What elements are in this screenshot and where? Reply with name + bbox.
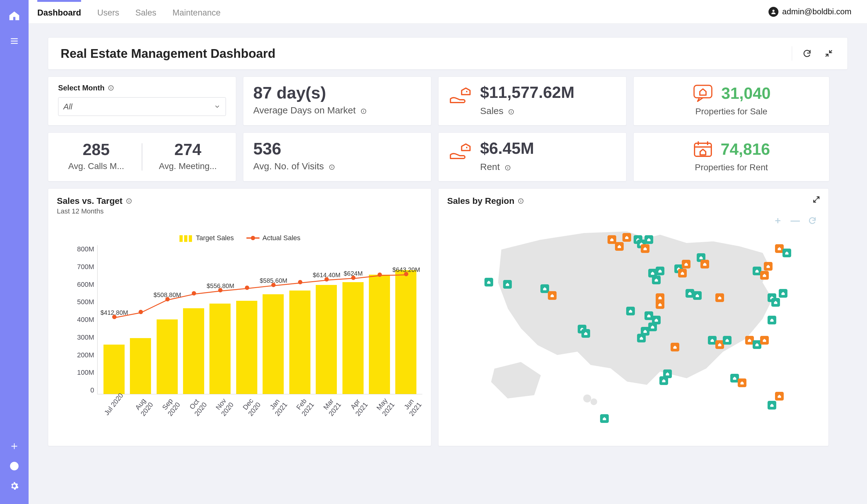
kpi-label: Rent xyxy=(480,162,500,172)
map-marker[interactable] xyxy=(484,278,493,287)
map-marker[interactable] xyxy=(682,260,691,268)
x-tick: Jul 2020 xyxy=(103,391,132,422)
info-icon[interactable] xyxy=(329,164,335,171)
collapse-icon[interactable] xyxy=(823,47,835,60)
tab-dashboard[interactable]: Dashboard xyxy=(37,0,81,23)
map-marker[interactable] xyxy=(548,291,557,300)
map-marker[interactable] xyxy=(764,262,772,271)
y-tick: 500M xyxy=(77,298,94,306)
map-marker[interactable] xyxy=(768,316,776,324)
month-filter-card: Select Month All xyxy=(48,76,236,126)
y-tick: 600M xyxy=(77,281,94,289)
x-tick: Mar 2021 xyxy=(317,391,346,422)
settings-icon[interactable] xyxy=(9,480,20,492)
avatar-icon xyxy=(769,7,779,17)
map-marker[interactable] xyxy=(644,235,653,244)
map-marker[interactable] xyxy=(581,329,590,338)
user-menu[interactable]: admin@boldbi.com xyxy=(769,7,852,17)
map-plot[interactable] xyxy=(447,213,820,437)
map-marker[interactable] xyxy=(652,276,661,284)
kpi-properties-rent: 74,816 Properties for Rent xyxy=(633,132,829,181)
svg-point-18 xyxy=(332,166,332,167)
map-marker[interactable] xyxy=(700,260,709,268)
bar xyxy=(130,338,151,394)
x-tick: Jan 2021 xyxy=(264,391,293,422)
chart-sales-vs-target: Sales vs. Target Last 12 Months ▮▮▮Targe… xyxy=(48,188,431,446)
legend-bars-label: Target Sales xyxy=(196,234,234,242)
svg-point-32 xyxy=(583,395,591,403)
add-icon[interactable] xyxy=(9,441,20,452)
map-marker[interactable] xyxy=(626,307,635,315)
map-marker[interactable] xyxy=(656,300,664,309)
map-marker[interactable] xyxy=(641,244,650,253)
info-icon[interactable] xyxy=(108,85,114,92)
map-marker[interactable] xyxy=(771,298,780,307)
kpi-sales: $11,577.62M Sales xyxy=(438,76,627,126)
x-tick: Oct 2020 xyxy=(183,391,212,422)
info-icon[interactable] xyxy=(508,108,515,115)
kpi-visits: 536 Avg. No. of Visits xyxy=(243,132,431,181)
y-tick: 100M xyxy=(77,368,94,377)
chevron-down-icon xyxy=(214,103,221,110)
point-label: $614.40M xyxy=(313,271,341,279)
brand-logo xyxy=(8,9,21,22)
map-marker[interactable] xyxy=(656,267,664,275)
line-point xyxy=(139,310,143,314)
kpi-value: $11,577.62M xyxy=(480,84,575,101)
map-marker[interactable] xyxy=(760,271,769,280)
map-marker[interactable] xyxy=(678,269,687,278)
map-marker[interactable] xyxy=(660,376,668,385)
kpi-label: Properties for Sale xyxy=(695,107,768,116)
svg-point-8 xyxy=(111,86,111,87)
point-label: $556.80M xyxy=(207,282,234,290)
barchart-plot[interactable]: 800M700M600M500M400M300M200M100M0 $412.8… xyxy=(57,245,422,394)
map-marker[interactable] xyxy=(608,235,616,244)
x-tick: Nov 2020 xyxy=(210,391,239,422)
map-marker[interactable] xyxy=(779,289,788,298)
y-tick: 800M xyxy=(77,245,94,253)
x-tick: May 2021 xyxy=(371,391,400,422)
svg-point-11 xyxy=(363,110,364,111)
kpi-rent: $6.45M Rent xyxy=(438,132,627,181)
chart-subtitle: Last 12 Months xyxy=(57,207,422,215)
line-point xyxy=(298,280,302,284)
map-marker[interactable] xyxy=(715,293,724,302)
point-label: $585.60M xyxy=(260,277,287,284)
refresh-icon[interactable] xyxy=(801,47,813,60)
map-marker[interactable] xyxy=(637,334,646,342)
info-icon[interactable] xyxy=(126,197,132,204)
info-icon[interactable] xyxy=(504,164,511,171)
map-marker[interactable] xyxy=(760,336,769,345)
bar-col xyxy=(366,275,393,394)
svg-point-33 xyxy=(590,398,597,405)
menu-icon[interactable] xyxy=(8,35,21,47)
kpi-label: Avg. No. of Visits xyxy=(253,161,324,171)
map-marker[interactable] xyxy=(693,291,702,300)
bar-col xyxy=(260,294,287,394)
map-marker[interactable] xyxy=(782,249,791,257)
map-marker[interactable] xyxy=(671,343,679,352)
map-marker[interactable] xyxy=(738,378,747,387)
tab-sales[interactable]: Sales xyxy=(136,0,157,23)
kpi-avg-days: 87 day(s) Average Days on Market xyxy=(243,76,431,126)
svg-point-28 xyxy=(129,200,129,200)
info-icon[interactable] xyxy=(517,197,524,204)
help-icon[interactable] xyxy=(9,461,20,472)
y-tick: 0 xyxy=(90,386,94,394)
map-marker[interactable] xyxy=(648,323,657,331)
map-marker[interactable] xyxy=(622,233,631,242)
map-marker[interactable] xyxy=(600,414,609,423)
map-marker[interactable] xyxy=(503,280,512,289)
x-tick: Apr 2021 xyxy=(344,391,373,422)
month-select[interactable]: All xyxy=(58,97,226,116)
tab-users[interactable]: Users xyxy=(97,0,119,23)
map-marker[interactable] xyxy=(723,336,731,345)
map-marker[interactable] xyxy=(615,242,624,251)
info-icon[interactable] xyxy=(360,108,367,115)
expand-icon[interactable] xyxy=(812,195,821,205)
tab-maintenance[interactable]: Maintenance xyxy=(172,0,221,23)
bar xyxy=(210,303,231,394)
divider xyxy=(792,46,792,61)
map-marker[interactable] xyxy=(775,392,784,400)
map-marker[interactable] xyxy=(768,401,776,409)
